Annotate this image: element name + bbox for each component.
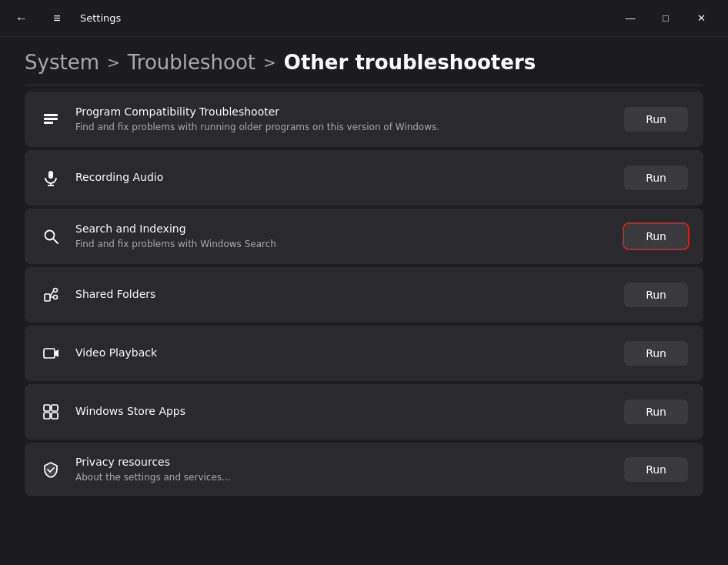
content-area: Program Compatibility TroubleshooterFind… (0, 82, 728, 563)
svg-line-11 (50, 291, 54, 296)
search-indexing-desc: Find and fix problems with Windows Searc… (75, 239, 610, 251)
breadcrumb-troubleshoot[interactable]: Troubleshoot (128, 51, 255, 74)
menu-button[interactable]: ≡ (45, 6, 69, 31)
svg-point-9 (54, 289, 58, 293)
video-playback-text: Video Playback (75, 346, 610, 361)
shared-folders-text: Shared Folders (75, 287, 610, 303)
svg-rect-2 (44, 122, 53, 124)
recording-audio-text: Recording Audio (75, 170, 610, 186)
video-playback-title: Video Playback (75, 346, 610, 361)
video-playback-run-button[interactable]: Run (624, 341, 688, 366)
close-button[interactable]: ✕ (683, 6, 719, 31)
troubleshooter-list: Program Compatibility TroubleshooterFind… (25, 92, 703, 496)
svg-rect-0 (44, 114, 58, 116)
windows-store-text: Windows Store Apps (75, 404, 610, 420)
divider (25, 85, 703, 85)
program-compat-run-button[interactable]: Run (624, 107, 688, 132)
close-icon: ✕ (697, 12, 706, 24)
window-controls: — □ ✕ (613, 6, 719, 31)
windows-store-icon (40, 401, 62, 423)
recording-audio-run-button[interactable]: Run (624, 165, 688, 190)
title-bar: ← ≡ Settings — □ ✕ (0, 0, 728, 37)
privacy-resources-desc: About the settings and services... (75, 472, 610, 484)
video-playback-icon (40, 343, 62, 364)
back-icon: ← (15, 12, 28, 25)
menu-icon: ≡ (53, 12, 60, 25)
program-compat-desc: Find and fix problems with running older… (75, 122, 610, 134)
breadcrumb-sep-2: > (263, 53, 276, 72)
privacy-resources-text: Privacy resourcesAbout the settings and … (75, 455, 610, 483)
search-indexing-run-button[interactable]: Run (624, 224, 688, 249)
search-indexing-icon (40, 226, 62, 247)
breadcrumb-current: Other troubleshooters (284, 51, 536, 74)
windows-store-title: Windows Store Apps (75, 404, 610, 420)
svg-rect-3 (48, 171, 53, 179)
breadcrumb-system[interactable]: System (25, 51, 99, 74)
shared-folders-run-button[interactable]: Run (624, 282, 688, 307)
breadcrumb: System > Troubleshoot > Other troublesho… (0, 37, 728, 82)
svg-rect-14 (44, 405, 50, 411)
windows-store-run-button[interactable]: Run (624, 400, 688, 424)
svg-rect-1 (44, 118, 58, 120)
troubleshooter-item-video-playback: Video PlaybackRun (25, 326, 703, 381)
troubleshooter-item-program-compat: Program Compatibility TroubleshooterFind… (25, 92, 703, 147)
svg-rect-16 (44, 413, 50, 419)
back-button[interactable]: ← (9, 6, 34, 31)
window-title: Settings (80, 12, 121, 24)
program-compat-text: Program Compatibility TroubleshooterFind… (75, 105, 610, 133)
svg-rect-8 (45, 294, 50, 301)
program-compat-title: Program Compatibility Troubleshooter (75, 105, 610, 120)
privacy-resources-run-button[interactable]: Run (624, 457, 688, 482)
privacy-resources-title: Privacy resources (75, 455, 610, 470)
shared-folders-icon (40, 284, 62, 306)
recording-audio-icon (40, 167, 62, 189)
privacy-resources-icon (40, 459, 62, 480)
minimize-button[interactable]: — (613, 6, 648, 31)
maximize-icon: □ (663, 12, 669, 24)
svg-line-7 (53, 239, 58, 243)
troubleshooter-item-privacy-resources: Privacy resourcesAbout the settings and … (25, 443, 703, 496)
search-indexing-text: Search and IndexingFind and fix problems… (75, 222, 610, 250)
maximize-button[interactable]: □ (648, 6, 683, 31)
troubleshooter-item-search-indexing: Search and IndexingFind and fix problems… (25, 209, 703, 264)
shared-folders-title: Shared Folders (75, 287, 610, 303)
svg-rect-13 (44, 349, 55, 358)
svg-rect-17 (52, 413, 58, 419)
troubleshooter-item-recording-audio: Recording AudioRun (25, 150, 703, 206)
search-indexing-title: Search and Indexing (75, 222, 610, 237)
svg-point-10 (54, 296, 58, 299)
svg-rect-15 (52, 405, 58, 411)
troubleshooter-item-shared-folders: Shared FoldersRun (25, 267, 703, 323)
program-compat-icon (40, 109, 62, 130)
breadcrumb-sep-1: > (107, 53, 120, 72)
troubleshooter-item-windows-store: Windows Store AppsRun (25, 384, 703, 440)
minimize-icon: — (626, 12, 636, 24)
recording-audio-title: Recording Audio (75, 170, 610, 186)
